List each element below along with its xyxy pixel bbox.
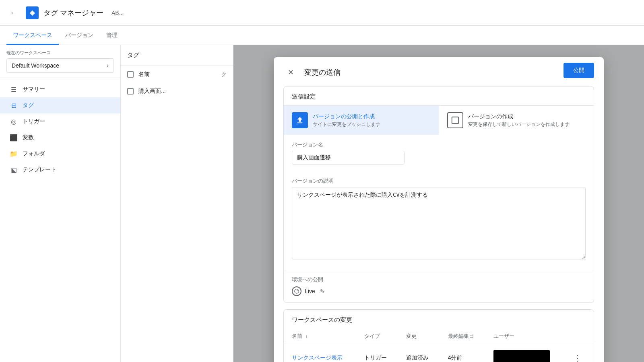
col-header-actions <box>564 329 594 344</box>
col-header-type: タイプ <box>356 329 398 344</box>
col-header-user: ユーザー <box>485 329 564 344</box>
top-bar: ← ◆ タグ マネージャー AB... <box>0 0 644 26</box>
workspace-name-button[interactable]: Default Workspace › <box>6 58 114 73</box>
version-desc-section: バージョンの説明 サンクスページが表示された際に購入CVを計測する <box>284 171 594 267</box>
col-header-change: 変更 <box>398 329 440 344</box>
change-type-thankyou: トリガー <box>356 344 398 362</box>
tab-admin[interactable]: 管理 <box>100 27 124 45</box>
create-only-text: バージョンの作成 変更を保存して新しいバージョンを作成します <box>468 113 570 128</box>
tag-checkbox-purchase[interactable] <box>127 88 134 95</box>
modal-title: 変更の送信 <box>304 68 341 77</box>
change-more-thankyou: ⋮ <box>564 344 594 362</box>
sort-icon: ↑ <box>305 334 308 339</box>
sidebar-item-tags[interactable]: ⊟ タグ <box>0 97 120 113</box>
version-desc-textarea[interactable]: サンクスページが表示された際に購入CVを計測する <box>292 187 586 259</box>
triggers-icon: ◎ <box>10 117 18 125</box>
tag-list-panel: タグ 名前 ク 購入画面... <box>121 45 233 362</box>
publish-and-create-text: バージョンの公開と作成 サイトに変更をプッシュします <box>313 113 380 128</box>
nav-items: ☰ サマリー ⊟ タグ ◎ トリガー ⬛ 変数 📁 フォルダ ⬕ テンプレート <box>0 81 120 178</box>
app-logo: ◆ <box>26 6 39 19</box>
send-settings-card: 送信設定 バージョンの公開と作成 <box>283 86 594 303</box>
svg-rect-0 <box>452 117 458 124</box>
publish-and-create-icon <box>292 112 308 128</box>
tag-list-item[interactable]: 名前 ク <box>121 66 233 83</box>
version-name-section: バージョン名 <box>284 135 594 171</box>
change-status-thankyou: 追加済み <box>398 344 440 362</box>
tag-list-item-purchase[interactable]: 購入画面... <box>121 83 233 100</box>
version-name-input[interactable] <box>292 151 405 165</box>
summary-icon: ☰ <box>10 85 18 93</box>
modal-overlay: ✕ 変更の送信 公開 送信設定 <box>233 45 644 362</box>
folders-icon: 📁 <box>10 150 18 158</box>
tag-list-col-name: 名前 <box>138 71 150 78</box>
version-name-label: バージョン名 <box>292 141 586 148</box>
publish-button[interactable]: 公開 <box>564 63 594 78</box>
user-avatar <box>493 350 550 362</box>
content-panel: ✕ 変更の送信 公開 送信設定 <box>233 45 644 362</box>
modal-close-button[interactable]: ✕ <box>283 65 298 80</box>
templates-icon: ⬕ <box>10 166 18 174</box>
modal: ✕ 変更の送信 公開 送信設定 <box>274 57 604 362</box>
more-button-thankyou[interactable]: ⋮ <box>572 352 583 362</box>
table-row: サンクスページ表示 トリガー 追加済み 4分前 ⋮ <box>284 344 594 362</box>
workspace-chevron-icon: › <box>107 62 109 69</box>
env-label: 環境への公開 <box>292 271 586 283</box>
sidebar-item-templates[interactable]: ⬕ テンプレート <box>0 162 120 178</box>
changes-card: ワークスペースの変更 名前 ↑ タイプ 変更 <box>283 309 594 362</box>
create-only-option[interactable]: バージョンの作成 変更を保存して新しいバージョンを作成します <box>439 106 594 135</box>
tab-workspace[interactable]: ワークスペース <box>6 27 59 45</box>
sidebar-item-variables[interactable]: ⬛ 変数 <box>0 130 120 146</box>
sidebar-item-summary[interactable]: ☰ サマリー <box>0 81 120 97</box>
publish-and-create-option[interactable]: バージョンの公開と作成 サイトに変更をプッシュします <box>284 106 439 135</box>
col-header-name[interactable]: 名前 ↑ <box>284 329 356 344</box>
main-area: 現在のワークスペース Default Workspace › ☰ サマリー ⊟ … <box>0 45 644 362</box>
changes-table: 名前 ↑ タイプ 変更 最終編集日 ユーザー <box>284 329 594 362</box>
publish-options: バージョンの公開と作成 サイトに変更をプッシュします <box>284 105 594 135</box>
variables-icon: ⬛ <box>10 134 18 142</box>
changes-card-header: ワークスペースの変更 <box>284 310 594 329</box>
modal-body: 送信設定 バージョンの公開と作成 <box>274 86 604 362</box>
env-edit-icon[interactable]: ✎ <box>320 288 325 294</box>
back-button[interactable]: ← <box>6 6 21 20</box>
env-badge: Live ✎ <box>292 286 325 296</box>
tabs-row: ワークスペース バージョン 管理 <box>0 26 644 45</box>
create-only-icon <box>447 112 463 128</box>
workspace-selector: 現在のワークスペース Default Workspace › <box>0 45 120 78</box>
send-settings-header: 送信設定 <box>284 86 594 105</box>
tags-icon: ⊟ <box>10 101 18 109</box>
modal-header: ✕ 変更の送信 公開 <box>274 57 604 86</box>
account-name: AB... <box>111 10 124 16</box>
tag-checkbox[interactable] <box>127 71 134 78</box>
version-desc-label: バージョンの説明 <box>292 177 586 185</box>
change-edited-thankyou: 4分前 <box>440 344 486 362</box>
app-title: タグ マネージャー <box>43 8 103 18</box>
env-live-icon <box>292 286 301 296</box>
sidebar: 現在のワークスペース Default Workspace › ☰ サマリー ⊟ … <box>0 45 121 362</box>
tab-version[interactable]: バージョン <box>59 27 100 45</box>
tag-list-header: タグ <box>121 45 233 66</box>
workspace-label: 現在のワークスペース <box>6 50 114 56</box>
col-header-last-edited: 最終編集日 <box>440 329 486 344</box>
change-user-thankyou <box>485 344 564 362</box>
change-name-thankyou[interactable]: サンクスページ表示 <box>284 344 356 362</box>
env-section: 環境への公開 Live ✎ <box>284 271 594 302</box>
sidebar-item-triggers[interactable]: ◎ トリガー <box>0 113 120 130</box>
tag-list-col-type: ク <box>221 71 227 78</box>
sidebar-item-folders[interactable]: 📁 フォルダ <box>0 146 120 162</box>
